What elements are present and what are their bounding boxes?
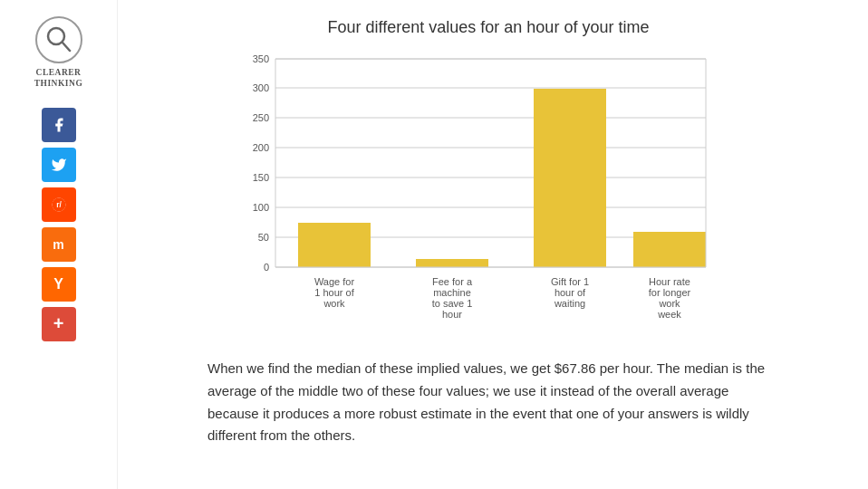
- plus-icon: +: [53, 313, 64, 334]
- y-axis-label-300: 300: [253, 82, 269, 93]
- bar-label-hourrate-2: for longer: [649, 287, 691, 298]
- description-text: When we find the median of these implied…: [207, 358, 769, 447]
- bar-label-fee-1: Fee for a: [432, 276, 473, 287]
- bar-label-fee-4: hour: [442, 309, 462, 320]
- bar-chart: 0 50 100 150 200 250 300: [226, 50, 751, 331]
- svg-text:r/: r/: [56, 201, 62, 209]
- mix-icon: m: [53, 237, 63, 252]
- logo-text: CLEARER THINKING: [34, 67, 83, 90]
- page-layout: CLEARER THINKING r/: [0, 0, 868, 489]
- ycombinator-share-button[interactable]: Y: [42, 267, 76, 302]
- bar-label-fee-2: machine: [433, 287, 471, 298]
- twitter-share-button[interactable]: [42, 148, 76, 182]
- reddit-icon: r/: [51, 197, 67, 213]
- ycombinator-icon: Y: [53, 276, 63, 292]
- bar-label-hourrate-3: work: [658, 298, 680, 309]
- bar-label-gift-3: waiting: [554, 298, 585, 309]
- bar-label-wage-2: 1 hour of: [314, 287, 354, 298]
- bar-hourrate: [633, 232, 706, 267]
- bar-wage: [298, 223, 371, 267]
- bar-gift: [534, 89, 606, 267]
- y-axis-label-250: 250: [253, 112, 269, 123]
- logo-icon: [43, 24, 75, 56]
- y-axis-label-100: 100: [253, 202, 269, 213]
- chart-area: 0 50 100 150 200 250 300: [207, 50, 769, 331]
- y-axis-label-150: 150: [253, 172, 269, 183]
- y-axis-label-350: 350: [253, 53, 269, 64]
- svg-line-1: [63, 43, 70, 51]
- bar-label-wage-1: Wage for: [314, 276, 355, 287]
- logo-circle: [35, 16, 82, 63]
- plus-share-button[interactable]: +: [42, 307, 76, 341]
- bar-label-gift-1: Gift for 1: [551, 276, 589, 287]
- bar-label-fee-3: to save 1: [432, 298, 473, 309]
- bar-fee: [416, 259, 488, 267]
- social-buttons: r/ m Y +: [42, 108, 76, 341]
- chart-title: Four different values for an hour of you…: [145, 18, 832, 37]
- bar-label-wage-3: work: [323, 298, 345, 309]
- y-axis-label-0: 0: [264, 262, 269, 273]
- facebook-share-button[interactable]: [42, 108, 76, 142]
- twitter-icon: [51, 157, 67, 173]
- y-axis-label-50: 50: [258, 232, 269, 243]
- sidebar: CLEARER THINKING r/: [0, 0, 118, 489]
- facebook-icon: [51, 117, 67, 133]
- mix-share-button[interactable]: m: [42, 227, 76, 262]
- bar-label-hourrate-4: week: [657, 309, 681, 320]
- bar-label-hourrate-1: Hour rate: [649, 276, 690, 287]
- reddit-share-button[interactable]: r/: [42, 187, 76, 222]
- y-axis-label-200: 200: [253, 142, 269, 153]
- main-content: Four different values for an hour of you…: [118, 0, 868, 489]
- logo-area: CLEARER THINKING: [34, 16, 83, 90]
- bar-label-gift-2: hour of: [555, 287, 586, 298]
